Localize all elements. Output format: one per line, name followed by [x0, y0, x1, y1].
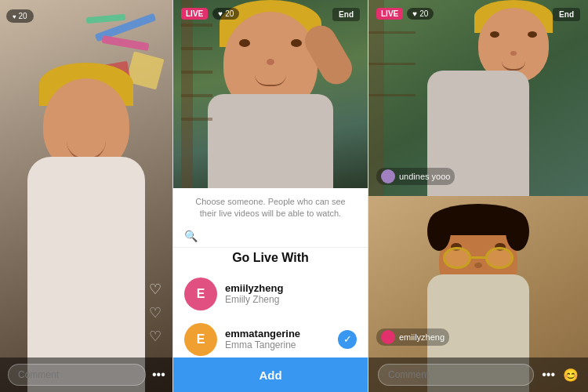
left-top-badge: ♥ 20 — [6, 8, 34, 22]
username-tag-1: emiilyzheng — [376, 328, 449, 346]
right-bottom-bar: ••• 😊 — [368, 358, 588, 392]
right-panel: LIVE ♥ 20 End undines yooo — [368, 0, 588, 392]
left-more-button[interactable]: ••• — [152, 368, 165, 382]
person-middle-body — [208, 94, 333, 188]
username-tag-0: undines yooo — [376, 168, 455, 185]
user-name-1: Emma Tangerine — [225, 339, 338, 350]
right-end-button[interactable]: End — [553, 8, 580, 21]
go-live-title: Go Live With — [173, 248, 368, 271]
left-viewers-count: 20 — [19, 12, 27, 20]
right-more-button[interactable]: ••• — [542, 368, 555, 382]
middle-video: LIVE ♥ 20 End — [173, 0, 368, 188]
middle-viewers-count: 20 — [225, 9, 234, 18]
middle-viewers-badge: ♥ 20 — [212, 8, 239, 20]
heart-reactions: ♡ ♡ ♡ — [149, 281, 162, 345]
choose-text: Choose someone. People who can see their… — [173, 188, 368, 225]
usernames-overlay: undines yooo — [376, 168, 455, 188]
middle-end-button[interactable]: End — [332, 8, 360, 21]
middle-panel: LIVE ♥ 20 End Choose someone. People — [172, 0, 368, 392]
username-avatar-small-0 — [381, 169, 395, 183]
heart-icon-3: ♡ — [149, 328, 162, 345]
right-emoji-button[interactable]: 😊 — [563, 368, 579, 383]
right-viewers-count: 20 — [419, 9, 428, 18]
right-glass — [485, 247, 514, 269]
person-left — [16, 63, 157, 392]
username-label-0: undines yooo — [399, 172, 450, 181]
user-item-0[interactable]: E emiilyzheng Emiily Zheng — [173, 271, 368, 317]
user-avatar-0: E — [184, 278, 217, 310]
left-panel: ♥ 20 ♡ ♡ ♡ ••• 😊 ↗ — [0, 0, 172, 392]
user-item-1[interactable]: E emmatangerine Emma Tangerine ✓ — [173, 317, 368, 362]
right-top-video: LIVE ♥ 20 End undines yooo — [368, 0, 588, 196]
username-avatar-small-1 — [381, 330, 395, 344]
left-viewers-badge: ♥ 20 — [6, 9, 34, 23]
user-info-0: emiilyzheng Emiily Zheng — [225, 282, 357, 305]
right-bottom-video: emiilyzheng ••• 😊 — [368, 196, 588, 392]
user-handle-1: emmatangerine — [225, 328, 338, 339]
right-live-badge: LIVE — [376, 8, 403, 20]
search-bar: 🔍 — [173, 225, 368, 248]
bottom-username-overlay: emiilyzheng — [376, 328, 449, 349]
user-name-0: Emiily Zheng — [225, 294, 357, 305]
right-viewers-badge: ♥ 20 — [407, 8, 434, 20]
user-avatar-1: E — [184, 323, 217, 356]
selected-check-icon: ✓ — [338, 330, 357, 349]
username-label-1: emiilyzheng — [399, 332, 445, 342]
left-bottom-bar: ••• 😊 ↗ — [0, 358, 172, 392]
middle-top-badges: LIVE ♥ 20 — [181, 8, 239, 20]
heart-icon-2: ♡ — [149, 304, 162, 321]
user-info-1: emmatangerine Emma Tangerine — [225, 328, 338, 350]
right-comment-input[interactable] — [378, 364, 534, 386]
search-icon: 🔍 — [184, 230, 198, 242]
left-comment-input[interactable] — [8, 364, 146, 386]
left-glass — [443, 247, 471, 269]
heart-icon: ♡ — [149, 281, 162, 298]
glasses — [443, 247, 514, 269]
heart-small-icon: ♥ — [218, 9, 223, 18]
heart-small-icon-right: ♥ — [412, 9, 417, 18]
user-handle-0: emiilyzheng — [225, 282, 357, 294]
right-top-badges: LIVE ♥ 20 — [376, 8, 434, 20]
add-button[interactable]: Add — [173, 358, 368, 392]
middle-live-badge: LIVE — [181, 8, 208, 20]
